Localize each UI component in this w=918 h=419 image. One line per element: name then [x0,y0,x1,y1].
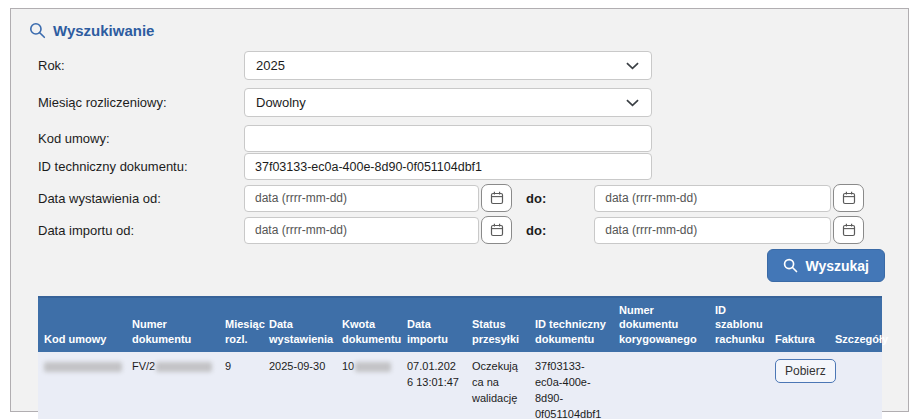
cell-kwota-dokumentu: 10 [336,352,401,419]
rok-select-value: 2025 [256,58,285,73]
search-panel: Wyszukiwanie Rok: 2025 Miesiąc rozliczen… [10,8,909,412]
cell-id-szablonu [709,352,769,419]
page-title: Wyszukiwanie [53,22,154,39]
col-numer-korygowanego: Numer dokumentu korygowanego [613,297,709,352]
data-wystawienia-do-label: do: [526,191,546,206]
cell-numer-korygowanego [613,352,709,419]
col-id-techniczny: ID techniczny dokumentu [529,297,613,352]
data-importu-od-input[interactable] [244,217,479,244]
col-id-szablonu: ID szablonu rachunku [709,297,769,352]
form-row-data-wystawienia: Data wystawienia od: do: [27,184,892,212]
kwota-value: 10 [342,360,354,372]
numer-dokumentu-value: FV/2 [132,360,155,372]
col-data-wystawienia: Data wystawienia [263,297,336,352]
data-importu-od-calendar-button[interactable] [481,216,512,244]
data-wystawienia-od-calendar-button[interactable] [481,184,512,212]
cell-miesiac-rozl: 9 [219,352,263,419]
cell-kod-umowy [38,352,126,419]
calendar-icon [490,223,504,237]
kod-umowy-input[interactable] [244,125,652,152]
redacted-value [44,362,122,372]
rok-select[interactable]: 2025 [244,51,652,80]
kod-umowy-label: Kod umowy: [27,131,244,146]
chevron-down-icon [626,99,639,107]
col-szczegoly: Szczegóły [829,297,882,352]
redacted-value [355,362,391,372]
table-header-row: Kod umowy Numer dokumentu Miesiąc rozl. … [38,297,882,352]
data-wystawienia-do-input[interactable] [594,185,831,212]
col-numer-dokumentu: Numer dokumentu [126,297,219,352]
chevron-down-icon [626,62,639,70]
calendar-icon [842,223,856,237]
form-row-rok: Rok: 2025 [27,51,892,80]
data-wystawienia-do-calendar-button[interactable] [833,184,864,212]
data-wystawienia-od-input[interactable] [244,185,479,212]
data-importu-label: Data importu od: [27,223,244,238]
col-miesiac-rozl: Miesiąc rozl. [219,297,263,352]
actions-row: Wyszukaj [27,249,892,282]
search-icon [29,22,46,39]
cell-id-techniczny: 37f03133-ec0a-400e-8d90-0f051104dbf1 [529,352,613,419]
search-icon [783,258,798,273]
form-row-miesiac: Miesiąc rozliczeniowy: Dowolny [27,88,892,117]
results-table-container: Kod umowy Numer dokumentu Miesiąc rozl. … [38,296,892,419]
download-invoice-button[interactable]: Pobierz [775,359,836,383]
search-button[interactable]: Wyszukaj [767,249,885,282]
miesiac-label: Miesiąc rozliczeniowy: [27,95,244,110]
cell-data-wystawienia: 2025-09-30 [263,352,336,419]
col-faktura: Faktura [769,297,829,352]
form-row-id-techniczny: ID techniczny dokumentu: [27,153,892,180]
table-row: FV/2 9 2025-09-30 10 07.01.2026 13:01:47… [38,352,882,419]
miesiac-select[interactable]: Dowolny [244,88,652,117]
form-row-kod-umowy: Kod umowy: [27,125,892,152]
id-techniczny-input[interactable] [244,153,652,180]
col-data-importu: Data importu [401,297,466,352]
panel-header: Wyszukiwanie [29,22,892,39]
calendar-icon [842,191,856,205]
cell-szczegoly [829,352,882,419]
data-importu-do-calendar-button[interactable] [833,216,864,244]
cell-faktura: Pobierz [769,352,829,419]
redacted-value [156,362,212,372]
col-kwota-dokumentu: Kwota dokumentu [336,297,401,352]
data-importu-do-input[interactable] [594,217,831,244]
calendar-icon [490,191,504,205]
col-kod-umowy: Kod umowy [38,297,126,352]
cell-numer-dokumentu: FV/2 [126,352,219,419]
id-techniczny-label: ID techniczny dokumentu: [27,159,244,174]
cell-data-importu: 07.01.2026 13:01:47 [401,352,466,419]
rok-label: Rok: [27,58,244,73]
search-button-label: Wyszukaj [805,258,869,274]
miesiac-select-value: Dowolny [256,95,306,110]
col-status-przesylki: Status przesyłki [466,297,529,352]
data-importu-do-label: do: [526,223,546,238]
results-table: Kod umowy Numer dokumentu Miesiąc rozl. … [38,296,882,419]
cell-status-przesylki: Oczekująca na walidację [466,352,529,419]
form-row-data-importu: Data importu od: do: [27,216,892,244]
data-wystawienia-label: Data wystawienia od: [27,191,244,206]
